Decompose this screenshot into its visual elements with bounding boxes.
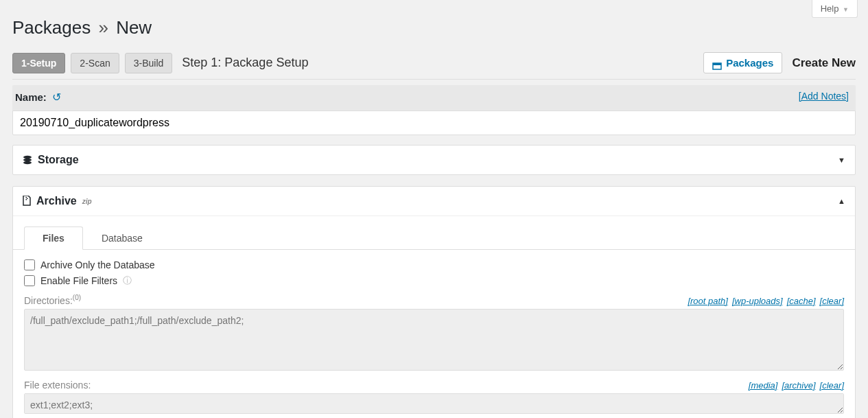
storage-icon [23, 154, 32, 166]
reset-name-icon[interactable]: ↺ [52, 91, 61, 103]
directories-count: (0) [73, 294, 81, 301]
step-build-button[interactable]: 3-Build [125, 53, 173, 73]
page-title: Packages » New [12, 17, 856, 38]
directories-textarea[interactable] [24, 309, 844, 371]
title-separator: » [98, 17, 108, 38]
link-wp-uploads[interactable]: [wp-uploads] [732, 296, 783, 306]
storage-panel-header[interactable]: Storage ▼ [13, 146, 855, 174]
file-extensions-textarea[interactable] [24, 393, 844, 414]
archive-only-db-row: Archive Only the Database [24, 259, 844, 270]
archive-icon [712, 59, 722, 67]
directories-links: [root path] [wp-uploads] [cache] [clear] [688, 296, 844, 306]
tab-files[interactable]: Files [24, 227, 83, 250]
step-title: Step 1: Package Setup [182, 56, 308, 70]
step-toolbar: 1-Setup 2-Scan 3-Build Step 1: Package S… [12, 52, 856, 80]
caret-down-icon: ▼ [843, 6, 849, 13]
archive-panel-body: Files Database Archive Only the Database… [13, 216, 855, 418]
link-media[interactable]: [media] [749, 380, 778, 391]
file-ext-links: [media] [archive] [clear] [749, 380, 844, 391]
name-row: Name: ↺ [Add Notes] [12, 85, 856, 111]
archive-panel: Archive zip ▲ Files Database Archive Onl… [12, 186, 856, 418]
archive-only-db-checkbox[interactable] [24, 259, 35, 270]
help-label: Help [821, 3, 839, 14]
link-root-path[interactable]: [root path] [688, 296, 728, 306]
file-ext-label: File extensions: [24, 380, 91, 391]
enable-filters-row: Enable File Filters ⓘ [24, 275, 844, 287]
directories-label: Directories:(0) [24, 294, 81, 306]
title-main: Packages [12, 17, 91, 38]
caret-down-icon: ▼ [838, 156, 845, 164]
directories-group: Directories:(0) [root path] [wp-uploads]… [24, 294, 844, 373]
archive-tabs: Files Database [13, 226, 855, 250]
link-clear-dirs[interactable]: [clear] [820, 296, 844, 306]
help-tab[interactable]: Help ▼ [812, 0, 858, 18]
file-ext-head: File extensions: [media] [archive] [clea… [24, 380, 844, 391]
archive-title: Archive zip [23, 195, 92, 207]
step-buttons: 1-Setup 2-Scan 3-Build [12, 53, 172, 73]
archive-panel-header[interactable]: Archive zip ▲ [13, 187, 855, 216]
toolbar-right: Packages Create New [703, 52, 856, 73]
storage-panel: Storage ▼ [12, 145, 856, 175]
enable-filters-label: Enable File Filters [40, 275, 117, 286]
create-new-label: Create New [792, 56, 856, 70]
packages-button[interactable]: Packages [703, 52, 782, 73]
svg-rect-6 [27, 198, 28, 200]
caret-up-icon: ▲ [838, 197, 845, 205]
archive-format: zip [82, 198, 92, 205]
packages-label: Packages [726, 57, 773, 69]
directories-head: Directories:(0) [root path] [wp-uploads]… [24, 294, 844, 306]
storage-title: Storage [23, 154, 79, 166]
add-notes-link[interactable]: [Add Notes] [799, 91, 849, 102]
link-archive[interactable]: [archive] [782, 380, 815, 391]
storage-title-text: Storage [38, 154, 79, 166]
package-name-input[interactable] [12, 111, 856, 135]
link-cache[interactable]: [cache] [787, 296, 816, 306]
archive-title-text: Archive [36, 195, 77, 207]
name-label: Name: [15, 91, 47, 103]
enable-filters-checkbox[interactable] [24, 275, 35, 286]
svg-rect-1 [713, 63, 721, 65]
archive-only-db-label: Archive Only the Database [40, 259, 155, 270]
file-extensions-group: File extensions: [media] [archive] [clea… [24, 380, 844, 416]
svg-point-3 [23, 159, 32, 161]
svg-point-4 [23, 161, 32, 164]
step-scan-button[interactable]: 2-Scan [71, 53, 119, 73]
step-setup-button[interactable]: 1-Setup [12, 53, 65, 73]
svg-rect-7 [26, 199, 27, 200]
title-sub: New [116, 17, 152, 38]
svg-point-2 [23, 156, 32, 159]
svg-rect-5 [26, 197, 27, 198]
help-icon[interactable]: ⓘ [123, 275, 132, 287]
file-archive-icon [23, 195, 31, 207]
link-clear-ext[interactable]: [clear] [820, 380, 844, 391]
tab-database[interactable]: Database [83, 227, 161, 250]
